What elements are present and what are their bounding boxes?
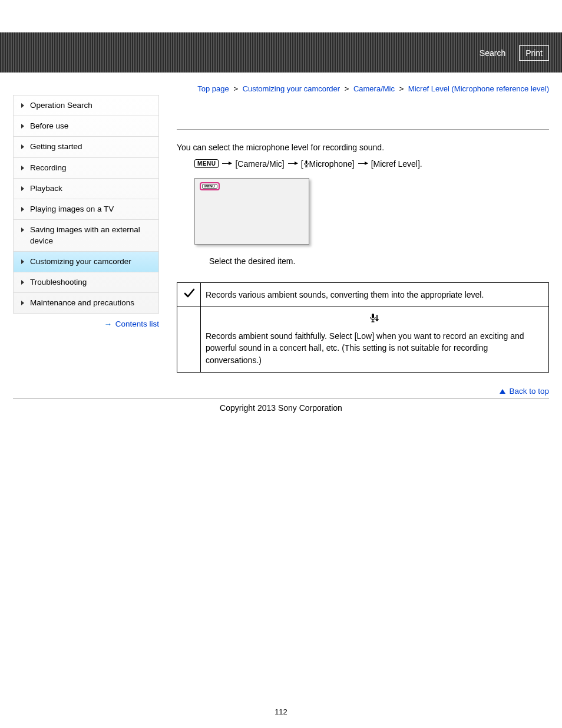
breadcrumb-current[interactable]: Micref Level (Microphone reference level… (408, 84, 549, 93)
breadcrumb-separator: > (397, 84, 406, 93)
step-text: Select the desired item. (209, 256, 549, 266)
nav-item-getting-started[interactable]: Getting started (14, 136, 158, 157)
option-description: Records various ambient sounds, converti… (201, 282, 549, 307)
contents-list-link-wrap: → Contents list (13, 319, 159, 328)
svg-rect-0 (305, 160, 307, 164)
nav-item-playback[interactable]: Playback (14, 178, 158, 199)
check-icon (183, 291, 195, 301)
nav-label: Customizing your camcorder (30, 257, 131, 266)
main-content: Top page > Customizing your camcorder > … (177, 83, 549, 398)
nav-item-before-use[interactable]: Before use (14, 116, 158, 136)
search-button[interactable]: Search (473, 45, 512, 61)
nav-item-maintenance[interactable]: Maintenance and precautions (14, 292, 158, 313)
option-icon-cell (177, 282, 201, 307)
nav-label: Saving images with an external device (30, 225, 140, 245)
copyright-text: Copyright 2013 Sony Corporation (0, 398, 562, 430)
nav-label: Recording (30, 163, 67, 172)
nav-item-operation-search[interactable]: Operation Search (14, 95, 158, 116)
sidebar: Operation Search Before use Getting star… (13, 95, 159, 398)
breadcrumb-separator: > (231, 84, 240, 93)
nav-label: Before use (30, 121, 68, 130)
breadcrumb-camera-mic[interactable]: Camera/Mic (353, 84, 395, 93)
back-to-top-link[interactable]: Back to top (509, 387, 549, 396)
nav-list: Operation Search Before use Getting star… (13, 95, 159, 314)
back-to-top-wrap: Back to top (177, 387, 549, 396)
microphone-low-icon (369, 316, 380, 325)
intro-text: You can select the microphone level for … (177, 143, 549, 152)
contents-list-link[interactable]: Contents list (115, 319, 159, 328)
menu-chip-icon: MENU (202, 184, 217, 189)
arrow-right-icon: → (104, 319, 112, 328)
nav-label: Playing images on a TV (30, 205, 114, 213)
menu-path: MENU [Camera/Mic] [Microphone] [Micref L… (194, 159, 549, 169)
svg-rect-3 (372, 314, 374, 318)
table-row: Records various ambient sounds, converti… (177, 282, 549, 307)
menu-path-segment: [Camera/Mic] (235, 159, 284, 169)
nav-label: Operation Search (30, 101, 92, 110)
breadcrumb-top-page[interactable]: Top page (197, 84, 229, 93)
print-button[interactable]: Print (519, 45, 549, 61)
menu-badge-icon: MENU (194, 159, 219, 168)
topbar-buttons: Search Print (473, 45, 549, 61)
table-row: Records ambient sound faithfully. Select… (177, 307, 549, 372)
options-table: Records various ambient sounds, converti… (177, 282, 549, 373)
nav-item-troubleshooting[interactable]: Troubleshooting (14, 272, 158, 292)
triangle-up-icon (500, 389, 505, 394)
arrow-right-icon (222, 163, 232, 164)
breadcrumb-separator: > (342, 84, 352, 93)
arrow-right-icon (358, 163, 368, 164)
menu-path-segment: [Microphone] (301, 159, 355, 169)
breadcrumb: Top page > Customizing your camcorder > … (177, 83, 549, 129)
screen-mockup: MENU (194, 178, 309, 245)
nav-item-customizing[interactable]: Customizing your camcorder (14, 251, 158, 272)
top-banner: Search Print (0, 32, 562, 73)
nav-label: Troubleshooting (30, 278, 87, 286)
nav-item-recording[interactable]: Recording (14, 157, 158, 178)
nav-label: Maintenance and precautions (30, 298, 134, 307)
option-description: Records ambient sound faithfully. Select… (206, 331, 524, 365)
nav-item-playing-images-tv[interactable]: Playing images on a TV (14, 199, 158, 219)
divider (177, 129, 549, 130)
menu-path-segment: [Micref Level]. (371, 159, 422, 169)
page-number: 112 (0, 430, 562, 728)
nav-item-saving-images[interactable]: Saving images with an external device (14, 219, 158, 251)
menu-chip-highlight: MENU (200, 182, 220, 190)
option-icon-cell (177, 307, 201, 372)
arrow-right-icon (288, 163, 297, 164)
nav-label: Playback (30, 184, 62, 193)
breadcrumb-customizing[interactable]: Customizing your camcorder (243, 84, 340, 93)
nav-label: Getting started (30, 142, 82, 151)
option-description-cell: Records ambient sound faithfully. Select… (201, 307, 549, 372)
microphone-icon (303, 160, 309, 167)
